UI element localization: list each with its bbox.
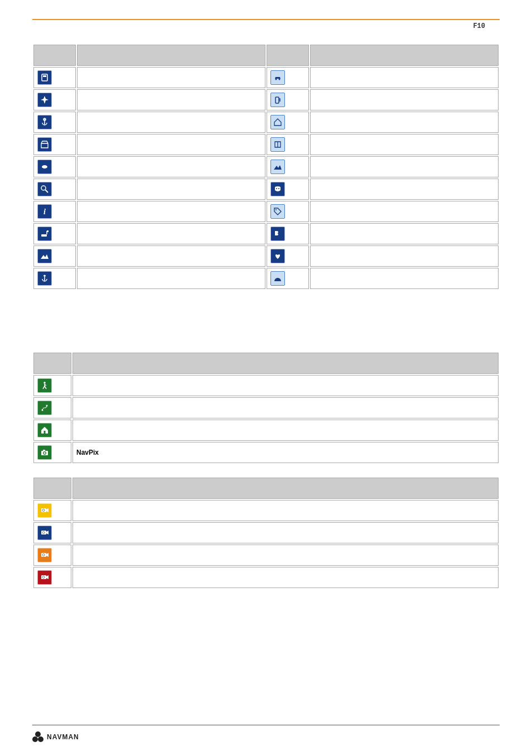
table-cell-label	[72, 375, 499, 396]
svg-rect-28	[41, 575, 46, 579]
svg-point-2	[275, 79, 277, 80]
table-cell-icon	[267, 156, 309, 177]
svg-rect-0	[42, 74, 47, 81]
table-cell-desc	[77, 89, 265, 110]
svg-line-7	[45, 190, 48, 192]
table-cell-desc	[310, 201, 499, 222]
speedcam-table	[32, 476, 500, 589]
table-cell-icon	[33, 420, 71, 441]
footer-brand: NAVMAN	[32, 731, 79, 743]
zoom-icon	[37, 182, 52, 196]
svg-rect-22	[41, 508, 46, 512]
route-icon	[37, 401, 52, 415]
table-cell-label	[72, 567, 499, 588]
port-icon	[37, 271, 52, 286]
table-cell-desc	[310, 268, 499, 289]
table-cell-desc	[310, 134, 499, 155]
page-header-label: F10	[473, 22, 485, 30]
table-cell-icon	[267, 268, 309, 289]
puzzle-icon	[270, 227, 285, 241]
table-cell-icon	[267, 89, 309, 110]
favorite-icon	[270, 249, 285, 263]
table-cell-icon	[33, 67, 76, 88]
table-cell-desc	[77, 245, 265, 267]
table-cell-desc	[310, 223, 499, 244]
table-cell-desc	[77, 268, 265, 289]
svg-rect-26	[41, 553, 46, 557]
t1-h4	[310, 45, 499, 66]
poi-icons-table: i	[32, 44, 500, 290]
table-cell-icon	[33, 179, 76, 200]
t3-h2	[72, 478, 499, 499]
mylocations-table: NavPix	[32, 351, 500, 464]
table-cell-label	[72, 420, 499, 441]
svg-rect-21	[43, 450, 45, 451]
table-cell-desc	[77, 156, 265, 177]
table-cell-icon	[33, 268, 76, 289]
table-cell-label	[72, 397, 499, 418]
table-cell-icon	[267, 245, 309, 267]
table-cell-icon	[33, 112, 76, 133]
svg-point-11	[275, 209, 277, 210]
table-cell-icon	[33, 134, 76, 155]
footer-rule	[32, 725, 500, 725]
table-cell-icon	[267, 223, 309, 244]
svg-rect-18	[44, 431, 46, 434]
table-cell-desc	[310, 112, 499, 133]
table-cell-label	[72, 545, 499, 566]
landscape-icon	[270, 160, 285, 174]
svg-point-5	[42, 165, 47, 168]
walk-icon	[37, 378, 52, 393]
book-icon	[270, 137, 285, 152]
table-cell-label: NavPix	[72, 442, 499, 463]
table-cell-icon	[33, 522, 71, 543]
svg-point-6	[41, 186, 46, 190]
camera-yellow-icon	[37, 503, 52, 518]
table-cell-desc	[77, 67, 265, 88]
theatre-icon	[270, 182, 285, 196]
table-cell-desc	[77, 201, 265, 222]
disc-icon	[37, 160, 52, 174]
fuel-icon	[270, 93, 285, 107]
t1-h3	[267, 45, 309, 66]
svg-point-8	[276, 188, 277, 189]
cave-icon	[270, 271, 285, 286]
home-icon	[37, 423, 52, 437]
table-cell-icon	[267, 134, 309, 155]
svg-point-3	[278, 79, 280, 80]
table-cell-desc	[310, 89, 499, 110]
table-cell-label	[72, 522, 499, 543]
table-cell-icon	[267, 201, 309, 222]
svg-rect-12	[41, 234, 47, 237]
table-cell-label	[72, 500, 499, 521]
svg-rect-14	[47, 230, 49, 232]
car-flag-icon	[37, 227, 52, 241]
tag-icon	[270, 204, 285, 219]
table-cell-desc	[310, 245, 499, 267]
t2-h1	[33, 353, 71, 374]
table-cell-icon	[33, 545, 71, 566]
table-cell-icon	[33, 156, 76, 177]
table-cell-icon	[267, 67, 309, 88]
top-rule	[32, 19, 500, 20]
t1-h1	[33, 45, 76, 66]
info-icon: i	[37, 204, 52, 219]
table-cell-desc	[310, 156, 499, 177]
table-cell-icon	[33, 500, 71, 521]
shop-icon	[37, 137, 52, 152]
table-cell-icon	[33, 375, 71, 396]
t3-h1	[33, 478, 71, 499]
t2-h2	[72, 353, 499, 374]
table-cell-icon: i	[33, 201, 76, 222]
car-icon	[270, 70, 285, 85]
camera-blue-icon	[37, 526, 52, 540]
atm-icon	[37, 70, 52, 85]
svg-rect-1	[43, 75, 46, 77]
table-cell-icon	[33, 223, 76, 244]
svg-point-15	[43, 382, 46, 384]
table-cell-desc	[310, 67, 499, 88]
table-cell-desc	[77, 134, 265, 155]
camera-red-icon	[37, 570, 52, 585]
navpix-icon	[37, 445, 52, 460]
house-abc-icon	[270, 115, 285, 129]
